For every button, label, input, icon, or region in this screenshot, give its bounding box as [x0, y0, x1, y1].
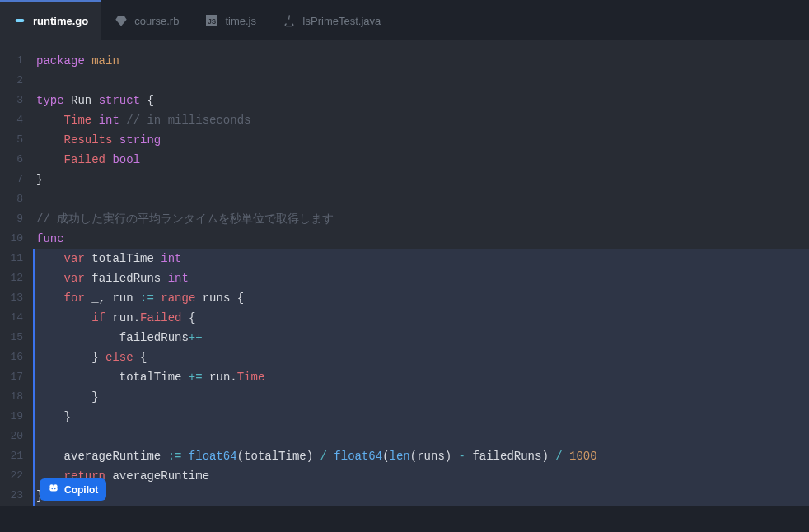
copilot-icon	[48, 483, 59, 497]
ruby-icon	[115, 14, 128, 27]
java-icon	[283, 14, 296, 27]
line-number: 16	[0, 348, 33, 367]
tab-course-rb[interactable]: course.rb	[101, 0, 192, 40]
line-number: 3	[0, 91, 33, 110]
tab-isprime-java[interactable]: IsPrimeTest.java	[269, 0, 394, 40]
code-line[interactable]: return averageRuntime	[33, 466, 809, 486]
line-number: 12	[0, 268, 33, 288]
line-number: 1	[0, 51, 33, 71]
svg-point-9	[54, 488, 56, 490]
line-number: 23	[0, 486, 33, 506]
code-line[interactable]: }	[33, 486, 809, 506]
code-line[interactable]: type Run struct {	[33, 91, 809, 110]
line-number: 5	[0, 130, 33, 150]
code-line[interactable]	[33, 189, 809, 209]
line-number: 10	[0, 229, 33, 249]
code-line[interactable]: var totalTime int	[33, 249, 809, 268]
copilot-label: Copilot	[64, 484, 98, 496]
code-line[interactable]: Failed bool	[33, 150, 809, 170]
code-line[interactable]: }	[33, 170, 809, 189]
line-number: 7	[0, 170, 33, 189]
line-number: 18	[0, 387, 33, 407]
tab-time-js[interactable]: JS time.js	[192, 0, 269, 40]
code-line[interactable]: }	[33, 407, 809, 427]
tab-label: course.rb	[134, 15, 179, 27]
copilot-button[interactable]: Copilot	[40, 478, 106, 501]
code-line[interactable]: // 成功した実行の平均ランタイムを秒単位で取得します	[33, 209, 809, 229]
code-line[interactable]: func	[33, 229, 809, 249]
line-number: 6	[0, 150, 33, 170]
code-line[interactable]: Time int // in milliseconds	[33, 110, 809, 130]
line-number-gutter: 1234567891011121314151617181920212223	[0, 40, 33, 506]
code-line[interactable]: var failedRuns int	[33, 268, 809, 288]
line-number: 19	[0, 407, 33, 427]
code-line[interactable]: }	[33, 387, 809, 407]
svg-rect-7	[49, 487, 57, 492]
code-line[interactable]	[33, 427, 809, 446]
line-number: 13	[0, 288, 33, 308]
line-number: 14	[0, 308, 33, 328]
line-number: 2	[0, 71, 33, 91]
tab-label: runtime.go	[33, 15, 88, 27]
line-number: 15	[0, 328, 33, 348]
line-number: 9	[0, 209, 33, 229]
tabs-bar: runtime.go course.rb JS time.js IsPrimeT…	[0, 0, 809, 40]
go-icon	[13, 14, 26, 27]
js-icon: JS	[205, 14, 218, 27]
code-line[interactable]: for _, run := range runs {	[33, 288, 809, 308]
code-line[interactable]: } else {	[33, 348, 809, 367]
code-line[interactable]: if run.Failed {	[33, 308, 809, 328]
line-number: 21	[0, 446, 33, 466]
svg-rect-2	[17, 19, 23, 22]
svg-text:JS: JS	[208, 18, 217, 26]
code-line[interactable]: averageRuntime := float64(totalTime) / f…	[33, 446, 809, 466]
line-number: 4	[0, 110, 33, 130]
code-line[interactable]: Results string	[33, 130, 809, 150]
svg-point-8	[51, 488, 53, 490]
tab-label: IsPrimeTest.java	[302, 15, 381, 27]
tab-label: time.js	[225, 15, 256, 27]
code-line[interactable]: failedRuns++	[33, 328, 809, 348]
line-number: 22	[0, 466, 33, 486]
line-number: 20	[0, 427, 33, 446]
line-number: 17	[0, 367, 33, 387]
code-editor[interactable]: 1234567891011121314151617181920212223 pa…	[0, 40, 809, 506]
tab-runtime-go[interactable]: runtime.go	[0, 0, 101, 40]
code-line[interactable]: package main	[33, 51, 809, 71]
code-area[interactable]: package main type Run struct { Time int …	[33, 40, 809, 506]
code-line[interactable]	[33, 71, 809, 91]
line-number: 8	[0, 189, 33, 209]
code-line[interactable]: totalTime += run.Time	[33, 367, 809, 387]
line-number: 11	[0, 249, 33, 268]
